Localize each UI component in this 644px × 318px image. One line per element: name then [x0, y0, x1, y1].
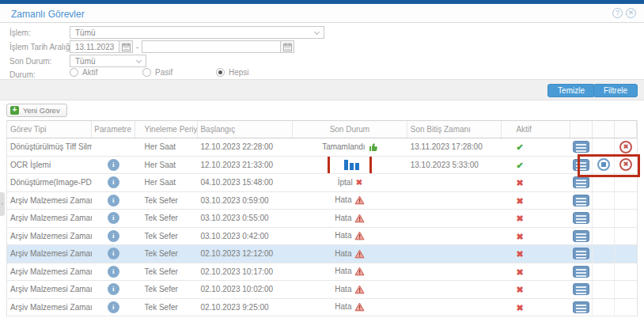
calendar-icon[interactable]: [119, 41, 132, 52]
status-cell: Hata: [293, 281, 407, 298]
durum-radio-pasif[interactable]: Pasif: [142, 68, 172, 77]
parameter-cell: i: [92, 157, 135, 174]
son-durum-select[interactable]: Tümü: [70, 55, 146, 67]
details-button[interactable]: [573, 141, 589, 153]
active-cell: ✖: [502, 192, 570, 210]
status-cell: Hata: [293, 263, 407, 281]
details-button[interactable]: [573, 230, 589, 242]
header-aktif[interactable]: Aktif: [502, 121, 570, 138]
period-cell: Her Saat: [135, 138, 199, 156]
info-icon[interactable]: i: [108, 159, 119, 171]
date-to-input[interactable]: [142, 40, 294, 53]
end-time-cell: [407, 174, 502, 191]
active-cell: ✖: [502, 245, 570, 263]
start-time-cell: 03.10.2023 0:55:00: [198, 210, 293, 227]
header-baslangic[interactable]: Başlangıç: [198, 121, 293, 138]
close-icon[interactable]: ✕: [626, 8, 636, 18]
table-row[interactable]: Dönüştürülmüş Tiff Silme i Her Saat 12.1…: [7, 138, 637, 157]
header-son-durum[interactable]: Son Durum: [293, 121, 407, 138]
calendar-icon[interactable]: [280, 41, 294, 52]
header-yineleme[interactable]: Yineleme Periyodu: [135, 121, 199, 138]
help-icon[interactable]: ?: [612, 8, 623, 18]
details-button[interactable]: [573, 283, 589, 295]
temizle-button[interactable]: Temizle: [547, 84, 595, 97]
table-row[interactable]: Arşiv Malzemesi Zaman Da... i Tek Sefer …: [7, 299, 637, 317]
end-time-cell: [407, 263, 502, 281]
start-time-cell: 12.10.2023 22:28:00: [198, 138, 293, 156]
end-time-cell: [407, 228, 502, 245]
islem-select[interactable]: Tümü: [70, 26, 324, 39]
status-cell: Hata: [293, 245, 407, 263]
status-text: Tamamlandı: [322, 138, 365, 156]
table-row[interactable]: Arşiv Malzemesi Zaman Da... i Tek Sefer …: [7, 245, 637, 263]
info-icon[interactable]: i: [108, 248, 119, 259]
details-button[interactable]: [573, 176, 589, 188]
date-from-value: 13.11.2023: [75, 43, 114, 51]
date-from-input[interactable]: 13.11.2023: [70, 40, 133, 53]
durum-radio-aktif[interactable]: Aktif: [70, 68, 97, 77]
start-time-cell: 03.10.2023 0:42:00: [198, 228, 293, 245]
info-icon[interactable]: i: [108, 176, 119, 188]
details-button[interactable]: [573, 266, 589, 278]
info-icon[interactable]: i: [108, 283, 119, 295]
header-stop-column: [593, 121, 615, 138]
tasks-table: Görev Tipi Parametre Yineleme Periyodu B…: [6, 120, 638, 316]
warning-icon: [354, 267, 365, 276]
task-type-cell: Arşiv Malzemesi Zaman Da...: [7, 192, 92, 210]
status-text: Hata: [335, 228, 351, 245]
radio-icon: [70, 68, 78, 77]
radio-icon: [142, 68, 151, 77]
info-icon[interactable]: i: [108, 266, 119, 278]
info-icon[interactable]: i: [108, 230, 119, 242]
table-row[interactable]: Arşiv Malzemesi Zaman Da... i Tek Sefer …: [7, 210, 637, 228]
table-row[interactable]: Arşiv Malzemesi Zaman Da... i Tek Sefer …: [7, 263, 637, 282]
durum-radio-hepsi[interactable]: Hepsi: [216, 68, 249, 77]
end-time-cell: [407, 192, 502, 210]
panel-collapse-handle[interactable]: ‹: [0, 192, 5, 216]
header-parametre[interactable]: Parametre: [92, 121, 135, 138]
status-cell: İptal ✖: [293, 174, 407, 191]
thumbs-up-icon: [369, 142, 378, 152]
details-button[interactable]: [573, 195, 589, 206]
header-son-bitis[interactable]: Son Bitiş Zamanı: [407, 121, 502, 138]
details-button[interactable]: [573, 248, 589, 259]
start-time-cell: 02.10.2023 12:12:00: [198, 245, 293, 263]
active-cell: ✖: [502, 228, 570, 245]
start-time-cell: 03.10.2023 0:59:00: [198, 192, 293, 210]
parameter-cell: i: [92, 210, 135, 227]
table-row[interactable]: Arşiv Malzemesi Zaman Da... i Tek Sefer …: [7, 281, 637, 299]
details-button[interactable]: [573, 301, 589, 313]
cancel-button[interactable]: ✖: [619, 141, 632, 153]
period-cell: Her Saat: [135, 174, 199, 191]
status-cell: Hata: [293, 299, 407, 316]
period-cell: Tek Sefer: [135, 192, 199, 210]
status-text: Hata: [335, 210, 351, 227]
warning-icon: [354, 302, 365, 312]
table-row[interactable]: Arşiv Malzemesi Zaman Da... i Tek Sefer …: [7, 228, 637, 246]
warning-icon: [354, 285, 365, 294]
parameter-cell: i: [92, 228, 135, 245]
header-cancel-column: [615, 121, 637, 138]
table-body: Dönüştürülmüş Tiff Silme i Her Saat 12.1…: [7, 138, 637, 316]
yeni-gorev-button[interactable]: + Yeni Görev: [6, 104, 67, 117]
table-row[interactable]: OCR İşlemi i Her Saat 12.10.2023 21:33:0…: [7, 157, 637, 175]
header-gorev-tipi[interactable]: Görev Tipi: [7, 121, 92, 138]
table-row[interactable]: Dönüştürme(Image-PDF) i Her Saat 04.10.2…: [7, 174, 637, 192]
islem-label: İşlem:: [9, 28, 31, 37]
info-icon[interactable]: i: [108, 301, 119, 313]
filtrele-button[interactable]: Filtrele: [593, 84, 638, 97]
chevron-down-icon: [314, 29, 320, 35]
details-button[interactable]: [573, 212, 589, 224]
table-row[interactable]: Arşiv Malzemesi Zaman Da... i Tek Sefer …: [7, 192, 637, 210]
period-cell: Tek Sefer: [135, 210, 199, 227]
active-cell: ✖: [502, 174, 570, 191]
info-icon[interactable]: i: [108, 195, 119, 206]
durum-label: Durum:: [9, 70, 36, 79]
warning-icon: [354, 249, 365, 259]
status-text: Hata: [335, 281, 351, 298]
status-cell: Tamamlandı: [293, 138, 407, 156]
header-details-column: [570, 121, 593, 138]
info-icon[interactable]: i: [108, 212, 119, 224]
cancel-x-icon: ✖: [356, 179, 362, 187]
active-cell: ✖: [502, 299, 570, 316]
